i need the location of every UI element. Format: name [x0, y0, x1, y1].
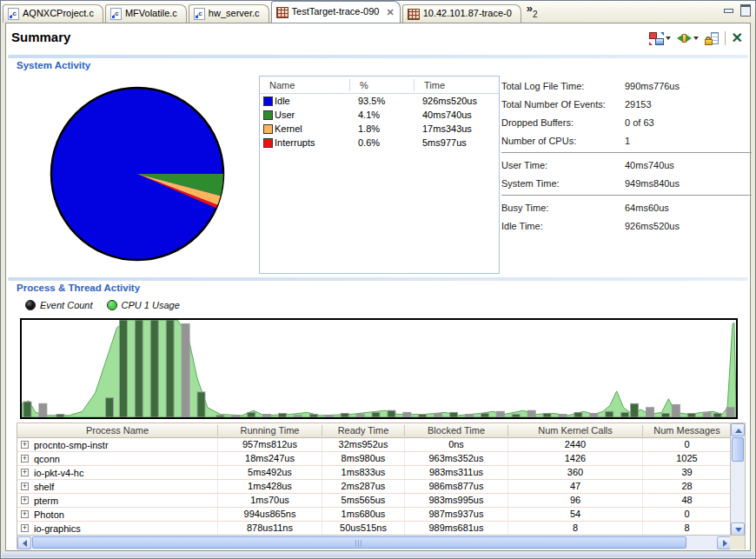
process-cell: 986ms877us: [404, 480, 507, 493]
event-count-bar: [713, 414, 721, 418]
column-header[interactable]: Ready Time: [322, 425, 404, 436]
process-table: Process NameRunning TimeReady TimeBlocke…: [17, 423, 746, 549]
scroll-up-button[interactable]: [731, 423, 745, 436]
process-cell: 8ms980us: [322, 452, 404, 465]
process-cell: 957ms812us: [217, 438, 322, 451]
page-title: Summary: [11, 30, 70, 44]
stat-value: 949ms840us: [625, 178, 680, 189]
dropdown-icon[interactable]: [693, 37, 699, 40]
event-count-bar: [279, 414, 287, 418]
restore-icon[interactable]: [739, 4, 751, 14]
process-cell: 47: [507, 480, 642, 493]
lock-table-button[interactable]: [705, 32, 719, 45]
editor-tab-2[interactable]: .cMFVolatile.c: [105, 4, 187, 23]
editor-tab-1[interactable]: .cAQNXCProject.c: [3, 4, 103, 23]
process-row[interactable]: +pterm1ms70us5ms565us983ms995us9648: [17, 494, 731, 508]
column-header[interactable]: Num Kernel Calls: [507, 425, 642, 436]
process-cell: 1426: [507, 452, 642, 465]
expand-icon[interactable]: +: [21, 469, 29, 476]
event-count-bar: [434, 414, 442, 418]
vertical-scrollbar[interactable]: [730, 423, 745, 536]
column-header[interactable]: Name: [260, 80, 349, 90]
process-row[interactable]: +Photon994us865ns1ms680us987ms937us540: [17, 508, 731, 522]
summary-toolbar: [649, 31, 743, 45]
legend-dot-icon: [107, 300, 117, 310]
event-count-bar: [388, 410, 395, 417]
system-activity-row[interactable]: User4.1%40ms740us: [260, 108, 499, 122]
process-row[interactable]: +qconn18ms247us8ms980us963ms352us1426102…: [17, 452, 731, 466]
process-cell: 8: [642, 522, 731, 535]
expand-icon[interactable]: +: [21, 510, 29, 518]
expand-icon[interactable]: +: [21, 482, 29, 490]
event-count-bar: [647, 408, 654, 417]
process-name: qconn: [34, 454, 60, 464]
row-name: Idle: [275, 96, 290, 106]
editor-tab-5[interactable]: 10.42.101.87-trace-0: [402, 4, 521, 23]
stats-divider: [501, 152, 752, 153]
swap-panes-icon: [677, 32, 692, 44]
process-row[interactable]: +io-pkt-v4-hc5ms492us1ms833us983ms311us3…: [17, 466, 731, 480]
event-count-bar: [703, 412, 711, 417]
tab-overflow-chevron[interactable]: » 2: [527, 4, 538, 23]
column-header[interactable]: Num Messages: [642, 425, 731, 436]
section-divider: [8, 55, 748, 58]
stat-label: System Time:: [501, 178, 625, 189]
color-swatch: [263, 138, 273, 148]
process-row[interactable]: +io-graphics878us11ns50us515ns989ms681us…: [17, 522, 731, 536]
event-count-bar: [403, 412, 411, 417]
window-bottom-edge: [2, 552, 754, 557]
process-cell: 18ms247us: [217, 452, 322, 465]
column-header[interactable]: Time: [414, 79, 499, 91]
event-count-bar: [590, 414, 598, 418]
event-count-bar: [341, 414, 348, 418]
editor-tab-4[interactable]: TestTarget-trace-090: [271, 1, 401, 23]
horizontal-scrollbar[interactable]: [17, 535, 731, 549]
process-cell: 0: [642, 508, 731, 521]
minimize-icon[interactable]: [723, 4, 734, 14]
scroll-right-button[interactable]: [717, 536, 731, 549]
toggle-view-button[interactable]: [649, 32, 671, 45]
stat-line: System Time:949ms840us: [501, 174, 752, 192]
system-activity-row[interactable]: Idle93.5%926ms520us: [260, 94, 499, 108]
dropdown-icon[interactable]: [666, 37, 671, 40]
process-row[interactable]: +shelf1ms428us2ms287us986ms877us4728: [17, 480, 731, 494]
process-cell: 963ms352us: [404, 452, 507, 465]
scroll-down-button[interactable]: [731, 522, 745, 536]
tab-close-icon[interactable]: [386, 7, 394, 18]
legend-label: CPU 1 Usage: [122, 300, 180, 310]
row-time: 17ms343us: [414, 123, 499, 134]
system-activity-row[interactable]: Kernel1.8%17ms343us: [260, 122, 499, 136]
switch-pane-button[interactable]: [677, 32, 699, 44]
stat-value: 40ms740us: [625, 160, 674, 170]
scroll-thumb[interactable]: [32, 536, 686, 549]
system-activity-row[interactable]: Interrupts0.6%5ms977us: [260, 136, 499, 150]
column-header[interactable]: Running Time: [217, 425, 322, 436]
expand-icon[interactable]: +: [21, 524, 29, 532]
process-cell: 1025: [642, 452, 731, 465]
process-cell: 878us11ns: [217, 522, 322, 535]
expand-icon[interactable]: +: [21, 496, 29, 504]
process-cell: 360: [507, 466, 642, 479]
process-cell: 5ms565us: [322, 494, 404, 507]
scroll-thumb[interactable]: [732, 437, 744, 462]
column-header[interactable]: Process Name: [17, 425, 217, 436]
process-cell: 0: [642, 438, 731, 451]
legend-dot-icon: [25, 300, 36, 310]
close-icon[interactable]: [732, 31, 743, 45]
event-count-bar: [23, 402, 31, 417]
process-row[interactable]: +procnto-smp-instr957ms812us32ms952us0ns…: [17, 438, 731, 452]
expand-icon[interactable]: +: [21, 455, 29, 463]
scroll-left-button[interactable]: [17, 536, 31, 549]
process-cell: 989ms681us: [404, 522, 507, 535]
event-count-bar: [372, 412, 380, 417]
expand-icon[interactable]: +: [21, 441, 29, 449]
event-count-bar: [309, 415, 317, 417]
process-cell: 0ns: [404, 438, 507, 451]
column-header[interactable]: %: [349, 79, 414, 91]
editor-tab-3[interactable]: .chw_server.c: [189, 4, 269, 23]
event-count-bar: [356, 415, 364, 417]
column-header[interactable]: Blocked Time: [404, 425, 507, 436]
event-count-bar: [512, 415, 520, 417]
process-cell: 5ms492us: [217, 466, 322, 479]
stat-value: 926ms520us: [625, 221, 680, 231]
